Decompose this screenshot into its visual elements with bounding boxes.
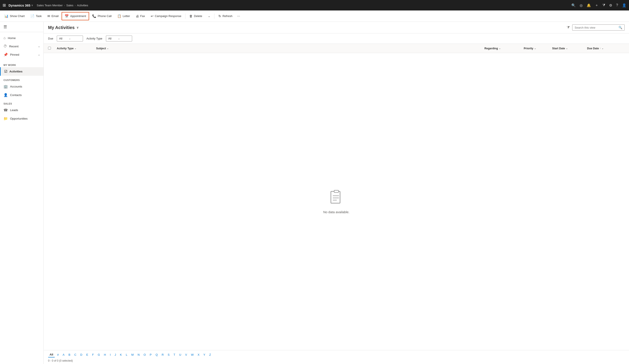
app-name[interactable]: Dynamics 365 [8,3,30,7]
checkcircle-nav-icon[interactable]: ◎ [580,3,583,7]
alpha-item-e[interactable]: E [85,352,90,357]
activity-type-filter-chevron-icon: ⌄ [118,37,120,40]
select-all-check[interactable] [48,47,55,50]
alpha-item-q[interactable]: Q [154,352,159,357]
sidebar-item-activities[interactable]: ☑ Activities [0,67,43,76]
phone-call-icon: 📞 [92,14,96,18]
sidebar-toggle-icon[interactable]: ☰ [3,24,7,29]
alpha-item-z[interactable]: Z [208,352,212,357]
alpha-item-j[interactable]: J [113,352,118,357]
alpha-item-c[interactable]: C [73,352,78,357]
alpha-item-h[interactable]: H [102,352,107,357]
phone-call-button[interactable]: 📞 Phone Call [90,12,114,20]
due-filter-label: Due [48,37,53,40]
search-nav-icon[interactable]: 🔍 [571,3,576,7]
sidebar-item-pinned[interactable]: 📌 Pinned ⌄ [0,50,43,59]
show-chart-button[interactable]: 📊 Show Chart [2,12,27,20]
toolbar: 📊 Show Chart 📄 Task ✉ Email 📅 Appointmen… [0,10,629,22]
pinned-chevron-icon: ⌄ [38,53,40,56]
alpha-item-v[interactable]: V [184,352,189,357]
due-filter-select[interactable]: All ⌄ [57,36,83,41]
alpha-item-m[interactable]: M [130,352,135,357]
sidebar-item-contacts[interactable]: 👤 Contacts [0,91,43,99]
email-button[interactable]: ✉ Email [45,12,61,20]
alpha-item-s[interactable]: S [166,352,171,357]
alpha-item-o[interactable]: O [142,352,147,357]
alpha-item-y[interactable]: Y [202,352,207,357]
alpha-item-all[interactable]: All [48,352,55,358]
email-label: Email [51,14,59,18]
sidebar-item-home[interactable]: ⌂ Home [0,34,43,42]
alpha-item-k[interactable]: K [118,352,123,357]
alpha-nav: All # A B C D E F G H I J K L M N O P Q … [48,352,625,358]
page-title-chevron[interactable]: ∨ [76,26,79,29]
more-button[interactable]: ⋯ [235,12,242,20]
delete-icon: 🗑 [189,14,193,18]
activity-type-filter-select[interactable]: All ⌄ [106,36,132,41]
page-title-text: My Activities [48,25,75,30]
alpha-item-g[interactable]: G [96,352,102,357]
letter-button[interactable]: 📋 Letter [115,12,133,20]
recent-icon: ⏱ [3,44,7,48]
col-priority-label: Priority [524,47,533,50]
alpha-item-w[interactable]: W [189,352,195,357]
col-header-start-date[interactable]: Start Date ⌄ [550,47,585,50]
bell-nav-icon[interactable]: 🔔 [587,3,591,7]
activities-icon: ☑ [4,69,7,74]
select-all-checkbox[interactable] [48,47,51,50]
col-header-activity-type[interactable]: Activity Type ⌄ [55,47,94,50]
sidebar-item-recent[interactable]: ⏱ Recent ⌄ [0,42,43,50]
delete-button[interactable]: 🗑 Delete [187,12,205,20]
sidebar-nav: ⌂ Home ⏱ Recent ⌄ 📌 Pinned ⌄ [0,32,43,61]
alpha-item-hash[interactable]: # [56,352,60,357]
alpha-item-t[interactable]: T [172,352,177,357]
plus-nav-icon[interactable]: ＋ [595,3,599,8]
col-header-due-date[interactable]: Due Date ↑ ⌄ [585,47,625,50]
alpha-item-r[interactable]: R [160,352,165,357]
alpha-item-n[interactable]: N [136,352,141,357]
gear-nav-icon[interactable]: ⚙ [609,3,612,7]
campaign-response-button[interactable]: ↩ Campaign Response [148,12,184,20]
main-layout: ☰ ⌂ Home ⏱ Recent ⌄ 📌 Pinned ⌄ My Work ☑… [0,22,629,364]
email-icon: ✉ [47,14,50,18]
campaign-response-icon: ↩ [151,14,154,18]
sidebar-item-leads[interactable]: ☎ Leads [0,106,43,114]
sidebar: ☰ ⌂ Home ⏱ Recent ⌄ 📌 Pinned ⌄ My Work ☑… [0,22,44,364]
sidebar-item-opportunities[interactable]: 📁 Opportunities [0,114,43,123]
empty-state-icon [327,189,345,207]
help-nav-icon[interactable]: ? [616,3,618,7]
empty-state: No data available. [44,53,629,350]
alpha-item-i[interactable]: I [108,352,112,357]
site-map-activities: Activities [77,4,88,7]
appointment-button[interactable]: 📅 Appointment [62,12,89,20]
search-icon: 🔍 [619,26,622,29]
alpha-item-b[interactable]: B [67,352,72,357]
col-header-regarding[interactable]: Regarding ⌄ [483,47,522,50]
chevron-down-button[interactable]: ⌄ [205,12,213,20]
alpha-item-p[interactable]: P [148,352,153,357]
alpha-item-u[interactable]: U [177,352,183,357]
alpha-item-a[interactable]: A [61,352,66,357]
col-header-priority[interactable]: Priority ⌄ [522,47,550,50]
campaign-response-label: Campaign Response [155,14,181,18]
alpha-item-x[interactable]: X [196,352,201,357]
person-nav-icon[interactable]: 👤 [622,3,627,7]
alpha-item-l[interactable]: L [124,352,129,357]
filters-row: Due All ⌄ Activity Type All ⌄ [44,33,629,44]
due-filter-value: All [59,37,62,40]
contacts-icon: 👤 [3,93,8,97]
page-filter-icon[interactable]: ⧩ [567,25,570,29]
site-map-sales[interactable]: Sales [66,4,73,7]
sidebar-item-accounts[interactable]: 🏢 Accounts [0,82,43,91]
site-map-sales-team: Sales Team Member [37,4,63,7]
col-header-subject[interactable]: Subject ⌄ [94,47,483,50]
waffle-icon[interactable]: ⊞ [2,3,6,8]
search-input[interactable] [575,26,617,29]
alpha-item-f[interactable]: F [91,352,95,357]
sidebar-item-activities-label: Activities [9,70,22,73]
alpha-item-d[interactable]: D [79,352,84,357]
fax-button[interactable]: 🖨 Fax [133,12,148,20]
task-button[interactable]: 📄 Task [28,12,44,20]
filter-nav-icon[interactable]: ⧩ [602,3,605,7]
refresh-button[interactable]: ↻ Refresh [216,12,235,20]
